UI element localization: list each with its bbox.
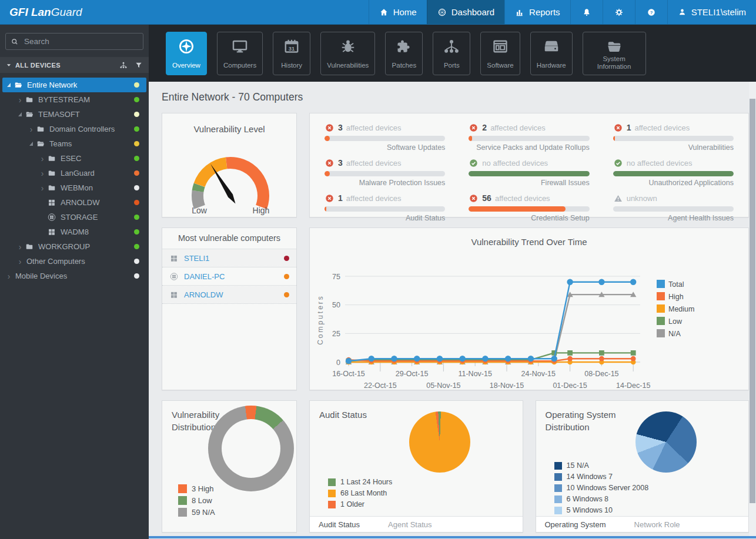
- tree-item-label: ARNOLDW: [61, 198, 99, 207]
- tree-item-bytestream[interactable]: ›BYTESTREAM: [2, 92, 146, 107]
- tree-item-arnoldw[interactable]: ARNOLDW: [2, 195, 146, 210]
- collapse-icon[interactable]: [5, 83, 13, 87]
- tree-item-languard[interactable]: ›LanGuard: [2, 166, 146, 180]
- status-label[interactable]: Vulnerabilities: [613, 143, 734, 152]
- status-summary: no affected devices: [469, 156, 589, 169]
- expand-icon[interactable]: ›: [16, 257, 24, 266]
- status-label[interactable]: Firewall Issues: [469, 179, 589, 187]
- progress-fill: [325, 136, 330, 141]
- status-dot: [134, 200, 139, 205]
- computer-link[interactable]: DANIEL-PC: [184, 272, 225, 281]
- tab-overview[interactable]: Overview: [166, 32, 207, 75]
- tab-operating-system[interactable]: Operating System: [545, 520, 606, 529]
- all-devices-header[interactable]: ALL DEVICES: [0, 57, 149, 73]
- status-label[interactable]: Audit Status: [325, 214, 445, 222]
- status-tile-malware-protection-issues: 3 affected devices Malware Protection Is…: [325, 156, 445, 187]
- tab-audit-status[interactable]: Audit Status: [319, 520, 360, 529]
- tab-software[interactable]: Software: [480, 32, 520, 75]
- tab-label: Software: [487, 62, 513, 69]
- top-nav: GFI LanGuard HomeDashboardReports?STELI1…: [0, 0, 756, 25]
- user-menu[interactable]: STELI1\stelim: [667, 0, 756, 24]
- computer-link[interactable]: ARNOLDW: [184, 290, 223, 299]
- tree-item-webmon[interactable]: ›WEBMon: [2, 180, 146, 195]
- legend-label: 1 Older: [340, 500, 364, 508]
- status-label[interactable]: Software Updates: [325, 143, 445, 152]
- tree-item-label: WADM8: [61, 227, 89, 236]
- help-button[interactable]: ?: [635, 0, 667, 24]
- tab-computers[interactable]: Computers: [217, 32, 263, 75]
- vulnerable-computer-row[interactable]: ARNOLDW: [162, 286, 296, 304]
- affected-text: affected devices: [346, 123, 402, 132]
- scrollbar-thumb[interactable]: [750, 99, 755, 503]
- tree-item-wadm8[interactable]: WADM8: [2, 225, 146, 239]
- tree-item-workgroup[interactable]: ›WORKGROUP: [2, 239, 146, 254]
- status-label[interactable]: Unauthorized Applications: [613, 179, 734, 187]
- status-tile-vulnerabilities: 1 affected devices Vulnerabilities: [613, 121, 734, 152]
- legend-item-n-a: 59 N/A: [178, 508, 215, 517]
- status-label[interactable]: Agent Health Issues: [613, 214, 734, 222]
- notifications-button[interactable]: [570, 0, 603, 24]
- expand-icon[interactable]: ›: [38, 155, 46, 163]
- vulnerable-computer-row[interactable]: STELI1: [162, 249, 296, 267]
- system-information-icon: [606, 38, 623, 55]
- progress-fill: [325, 171, 330, 176]
- expand-icon[interactable]: ›: [16, 96, 24, 104]
- nav-item-dashboard[interactable]: Dashboard: [427, 0, 504, 24]
- tree-item-storage[interactable]: STORAGE: [2, 210, 146, 225]
- tab-vulnerabilities[interactable]: Vulnerabilities: [320, 32, 375, 75]
- tab-network-role[interactable]: Network Role: [634, 520, 680, 529]
- vulnerability-distribution-panel: Vulnerability Distribution 3 High 8 Low …: [162, 400, 297, 533]
- expand-icon[interactable]: ›: [5, 272, 13, 280]
- error-icon: [469, 193, 479, 203]
- status-label[interactable]: Malware Protection Issues: [325, 179, 445, 187]
- tab-agent-status[interactable]: Agent Status: [388, 520, 431, 529]
- tree-item-esec[interactable]: ›ESEC: [2, 151, 146, 166]
- computer-link[interactable]: STELI1: [184, 254, 209, 263]
- error-icon: [325, 158, 334, 168]
- tree-item-entire-network[interactable]: Entire Network: [2, 78, 146, 92]
- ok-icon: [613, 158, 623, 168]
- scrollbar[interactable]: [749, 82, 756, 539]
- status-summary: no affected devices: [613, 156, 734, 169]
- status-tile-credentials-setup: 56 affected devices Credentials Setup: [469, 192, 589, 222]
- tab-patches[interactable]: Patches: [385, 32, 423, 75]
- windows-icon: [169, 290, 179, 299]
- progress-bar: [613, 136, 734, 141]
- tab-history[interactable]: 31History: [273, 32, 310, 75]
- filter-icon[interactable]: [135, 61, 143, 69]
- affected-text: no affected devices: [482, 159, 548, 168]
- expand-icon[interactable]: ›: [38, 184, 46, 192]
- tree-item-domain-controllers[interactable]: ›Domain Controllers: [2, 122, 146, 136]
- tree-item-label: Teams: [49, 139, 72, 148]
- collapse-icon[interactable]: [27, 142, 35, 146]
- tab-ports[interactable]: Ports: [433, 32, 470, 75]
- expand-icon[interactable]: ›: [27, 125, 35, 133]
- status-label[interactable]: Service Packs and Update Rollups: [469, 143, 589, 152]
- tree-item-teams[interactable]: Teams: [2, 136, 146, 151]
- status-dot: [134, 97, 139, 102]
- progress-bar: [325, 136, 445, 141]
- tab-hardware[interactable]: Hardware: [530, 32, 573, 75]
- search-input[interactable]: [23, 36, 138, 46]
- tree-item-temasoft[interactable]: TEMASOFT: [2, 107, 146, 122]
- nav-item-reports[interactable]: Reports: [504, 0, 570, 24]
- affected-count: 2: [482, 123, 487, 132]
- tree-item-mobile-devices[interactable]: ›Mobile Devices: [2, 269, 146, 283]
- error-icon: [325, 123, 334, 133]
- collapse-icon[interactable]: [16, 112, 24, 116]
- overview-icon: [178, 38, 195, 55]
- status-summary: 56 affected devices: [469, 192, 589, 205]
- settings-button[interactable]: [603, 0, 635, 24]
- nav-item-home[interactable]: Home: [369, 0, 427, 24]
- vulnerable-computer-row[interactable]: DANIEL-PC: [162, 267, 296, 286]
- legend-label: 10 Windows Server 2008: [567, 484, 649, 492]
- tree-item-other-computers[interactable]: ›Other Computers: [2, 254, 146, 269]
- status-label[interactable]: Credentials Setup: [469, 214, 589, 222]
- gauge-title: Vulnerability Level: [162, 124, 296, 134]
- expand-icon[interactable]: ›: [38, 169, 46, 178]
- legend-item-windows-10: 5 Windows 10: [554, 506, 649, 514]
- expand-icon[interactable]: ›: [16, 243, 24, 251]
- hierarchy-icon[interactable]: [119, 61, 128, 69]
- audit-status-panel: Audit Status 1 Last 24 Hours 68 Last Mon…: [309, 400, 523, 533]
- tab-system-information[interactable]: System Information: [583, 32, 646, 75]
